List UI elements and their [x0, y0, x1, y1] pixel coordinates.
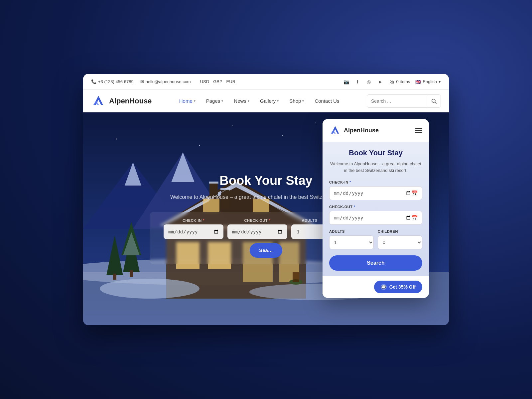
nav-pages[interactable]: Pages [201, 95, 228, 106]
cart-count: 0 items [396, 79, 410, 84]
card-children-col: CHILDREN 0 1 2 3 [378, 229, 422, 249]
card-checkin-input[interactable] [333, 190, 411, 196]
main-nav: Home Pages News Gallery Shop Contact Us [175, 95, 344, 106]
logo-icon [91, 94, 106, 108]
checkout-required: * [269, 218, 271, 222]
card-children-select[interactable]: 0 1 2 3 [378, 235, 422, 249]
card-logo-icon [329, 124, 341, 136]
checkin-required: * [203, 218, 204, 222]
svg-line-3 [435, 102, 436, 103]
top-bar-left: +3 (123) 456 6789 hello@alpenhouse.com U… [91, 79, 235, 84]
currency-eur[interactable]: EUR [226, 79, 235, 84]
card-checkout-input[interactable] [333, 215, 411, 221]
card-adults-select[interactable]: 1 2 3 4 [329, 235, 374, 249]
hamburger-line-2 [415, 130, 422, 131]
logo-area[interactable]: AlpenHouse [91, 94, 152, 108]
youtube-icon[interactable] [376, 78, 384, 86]
nav-gallery[interactable]: Gallery [255, 95, 284, 106]
nav-search-input[interactable] [367, 98, 427, 104]
svg-point-9 [282, 135, 283, 136]
instagram-icon[interactable] [365, 78, 373, 86]
checkout-label: CHECK-OUT * [227, 218, 287, 222]
card-children-label: CHILDREN [378, 229, 422, 233]
card-checkout-group: CHECK-OUT * 📅 [329, 205, 422, 225]
news-chevron-icon [248, 99, 249, 103]
home-chevron-icon [194, 99, 196, 103]
language-chevron-icon [439, 79, 441, 84]
phone-number: +3 (123) 456 6789 [98, 79, 134, 84]
svg-point-6 [149, 129, 150, 129]
calendar-icon: 📅 [411, 190, 418, 197]
hero-section: Book Your Stay Welcome to AlpenHouse – a… [83, 112, 449, 325]
checkin-group: CHECK-IN * [164, 218, 223, 239]
svg-point-42 [100, 279, 200, 299]
discount-button[interactable]: 💬 Get 35% Off [374, 281, 422, 293]
currency-usd[interactable]: USD [200, 79, 209, 84]
card-checkin-group: CHECK-IN * 📅 [329, 180, 422, 200]
card-header: AlpenHouse [323, 119, 429, 142]
gallery-chevron-icon [277, 99, 279, 103]
svg-rect-45 [293, 272, 299, 282]
card-footer: 💬 Get 35% Off [323, 276, 429, 298]
card-checkout-required: * [354, 205, 355, 209]
camera-icon[interactable] [342, 78, 350, 86]
browser-window: +3 (123) 456 6789 hello@alpenhouse.com U… [83, 74, 449, 325]
nav-bar: AlpenHouse Home Pages News Gallery Shop [83, 90, 449, 112]
nav-search-bar[interactable] [367, 94, 441, 108]
email-item[interactable]: hello@alpenhouse.com [140, 79, 191, 84]
nav-home[interactable]: Home [175, 95, 200, 106]
brand-name: AlpenHouse [109, 97, 152, 105]
svg-rect-38 [130, 270, 133, 277]
phone-icon [91, 79, 96, 84]
hamburger-menu[interactable] [415, 128, 422, 133]
hamburger-line-3 [415, 132, 422, 133]
card-checkout-input-wrapper[interactable]: 📅 [329, 211, 422, 225]
cart-icon [389, 79, 394, 84]
card-checkin-required: * [349, 180, 351, 184]
card-logo-area[interactable]: AlpenHouse [329, 124, 379, 136]
svg-point-8 [232, 125, 233, 126]
nav-news[interactable]: News [229, 95, 254, 106]
chat-icon: 💬 [381, 284, 387, 290]
discount-label: Get 35% Off [389, 284, 416, 290]
floating-booking-card: AlpenHouse Book Your Stay Welcome to Alp… [323, 119, 429, 298]
facebook-icon[interactable] [353, 78, 361, 86]
cart-area[interactable]: 0 items [389, 79, 410, 84]
currency-group: USD GBP EUR [200, 79, 235, 84]
hero-search-button[interactable]: Sea… [250, 243, 282, 258]
card-body: Book Your Stay Welcome to AlpenHouse – a… [323, 142, 429, 276]
top-bar: +3 (123) 456 6789 hello@alpenhouse.com U… [83, 74, 449, 90]
svg-point-10 [316, 122, 316, 123]
hamburger-line-1 [415, 128, 422, 129]
search-icon [431, 98, 437, 104]
social-icons [342, 78, 384, 86]
checkout-group: CHECK-OUT * [227, 218, 287, 239]
checkout-input[interactable] [227, 224, 287, 239]
card-adults-col: ADULTS 1 2 3 4 [329, 229, 374, 249]
card-title: Book Your Stay [329, 149, 422, 157]
shop-chevron-icon [302, 99, 304, 103]
nav-shop[interactable]: Shop [285, 95, 309, 106]
card-checkout-label: CHECK-OUT * [329, 205, 422, 209]
language-label: English [423, 79, 437, 84]
card-adults-label: ADULTS [329, 229, 374, 233]
nav-contact[interactable]: Contact Us [310, 95, 344, 106]
nav-search-button[interactable] [427, 95, 441, 107]
card-guests-row: ADULTS 1 2 3 4 CHILDREN 0 1 2 [329, 229, 422, 249]
flag-icon [415, 79, 421, 84]
svg-point-7 [199, 145, 200, 146]
card-subtitle: Welcome to AlpenHouse – a great alpine c… [329, 161, 422, 174]
svg-point-5 [116, 139, 117, 140]
language-selector[interactable]: English [415, 79, 441, 84]
svg-rect-41 [113, 274, 116, 280]
email-address: hello@alpenhouse.com [146, 79, 191, 84]
card-checkin-input-wrapper[interactable]: 📅 [329, 186, 422, 200]
top-bar-right: 0 items English [342, 78, 441, 86]
calendar-icon-2: 📅 [411, 215, 418, 221]
phone-item[interactable]: +3 (123) 456 6789 [91, 79, 134, 84]
checkin-input[interactable] [164, 224, 223, 239]
card-search-button[interactable]: Search [329, 255, 422, 271]
currency-gbp[interactable]: GBP [213, 79, 222, 84]
mail-icon [140, 79, 144, 84]
checkin-label: CHECK-IN * [164, 218, 223, 222]
